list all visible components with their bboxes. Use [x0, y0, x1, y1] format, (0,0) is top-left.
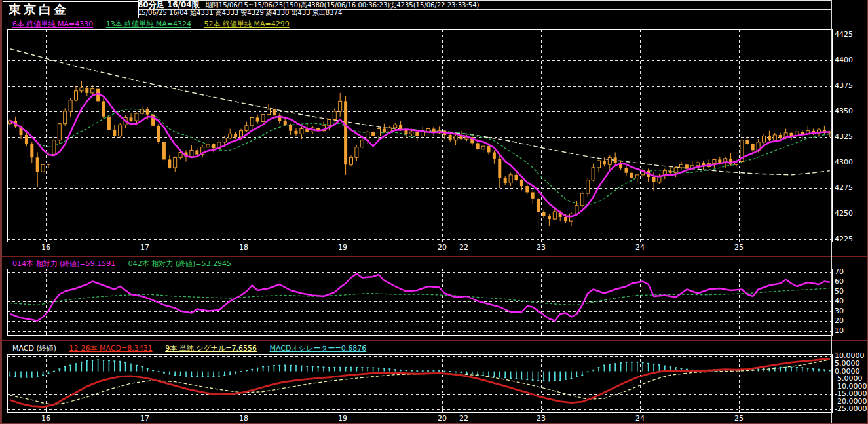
- rsi42-legend[interactable]: 042本 相対力 (終値)=53.2945: [128, 260, 231, 268]
- day-label: 24: [632, 415, 649, 423]
- day-label: 19: [334, 415, 351, 423]
- price-chart-canvas[interactable]: [7, 29, 833, 242]
- window-edge: [3, 0, 3, 423]
- rsi-chart-canvas[interactable]: [7, 269, 833, 336]
- instrument-title: 東京白金: [3, 1, 139, 18]
- rsi-axis-label: 70: [835, 268, 844, 276]
- day-label: 23: [533, 415, 550, 423]
- day-label: 23: [533, 244, 550, 252]
- day-label: 19: [334, 244, 351, 252]
- day-label: 17: [136, 244, 153, 252]
- rsi-axis-label: 30: [835, 307, 844, 315]
- session-info: 15/06/25 16/04 始4331 高4333 安4329 終4330 出…: [138, 9, 831, 18]
- macd-signal-legend[interactable]: 9本 単純 シグナル=7.6556: [165, 344, 257, 353]
- price-axis-label: 4350: [835, 107, 853, 115]
- day-label: 22: [455, 244, 472, 252]
- timeframe-label: 60分足 16/04限: [138, 0, 200, 9]
- macd-osc-legend[interactable]: MACDオシレーター=0.6876: [269, 344, 366, 353]
- day-label: 17: [136, 415, 153, 423]
- price-axis-label: 4325: [835, 133, 853, 141]
- rsi-axis-label: 20: [835, 317, 844, 325]
- price-axis-label: 4275: [835, 184, 853, 192]
- macd-axis-label: -25.0000: [835, 405, 867, 413]
- period-info: 期間15/06/15~15/06/25(150)高4380(15/06/16 0…: [206, 1, 480, 9]
- price-axis-label: 4300: [835, 159, 853, 166]
- window-edge: [831, 0, 832, 423]
- rsi-legend: 014本 相対力 (終値)=59.1591 042本 相対力 (終値)=53.2…: [12, 259, 242, 269]
- ma52-legend[interactable]: 52本 終値単純 MA=4299: [204, 20, 289, 28]
- rsi-axis-label: 60: [835, 278, 844, 286]
- price-legend: 6本 終値単純 MA=4330 13本 終値単純 MA=4324 52本 終値単…: [12, 19, 300, 29]
- macd-legend: MACD (終値) 12-26本 MACD=8.3431 9本 単純 シグナル=…: [12, 343, 377, 353]
- rsi-axis-label: 40: [835, 298, 844, 305]
- ma6-legend[interactable]: 6本 終値単純 MA=4330: [12, 20, 93, 28]
- day-label: 24: [632, 244, 649, 252]
- panel-separator: [2, 340, 868, 341]
- chart-app-window: 東京白金 60分足 16/04限 期間15/06/15~15/06/25(150…: [0, 0, 868, 424]
- day-label: 18: [235, 415, 252, 423]
- chart-info-line: 60分足 16/04限 期間15/06/15~15/06/25(150)高438…: [138, 0, 831, 10]
- price-axis-label: 4425: [835, 31, 853, 39]
- macd-line-legend[interactable]: 12-26本 MACD=8.3431: [69, 344, 153, 353]
- ma13-legend[interactable]: 13本 終値単純 MA=4324: [106, 20, 191, 28]
- day-label: 16: [37, 415, 54, 423]
- day-label: 18: [235, 244, 252, 252]
- day-label: 16: [37, 244, 54, 252]
- day-label: 22: [455, 415, 472, 423]
- day-label: 20: [434, 244, 451, 252]
- panel-separator: [2, 256, 868, 257]
- day-label: 25: [730, 244, 747, 252]
- macd-chart-canvas[interactable]: [7, 354, 833, 413]
- price-axis-label: 4250: [835, 210, 853, 218]
- rsi-axis-label: 10: [835, 327, 844, 335]
- day-label: 25: [730, 415, 747, 423]
- rsi14-legend[interactable]: 014本 相対力 (終値)=59.1591: [12, 260, 115, 268]
- rsi-axis-label: 50: [835, 288, 844, 296]
- day-label: 20: [434, 415, 451, 423]
- price-axis-label: 4225: [835, 235, 853, 243]
- macd-title-legend: MACD (終値): [12, 344, 56, 353]
- price-axis-label: 4375: [835, 82, 853, 90]
- price-axis-label: 4400: [835, 56, 853, 64]
